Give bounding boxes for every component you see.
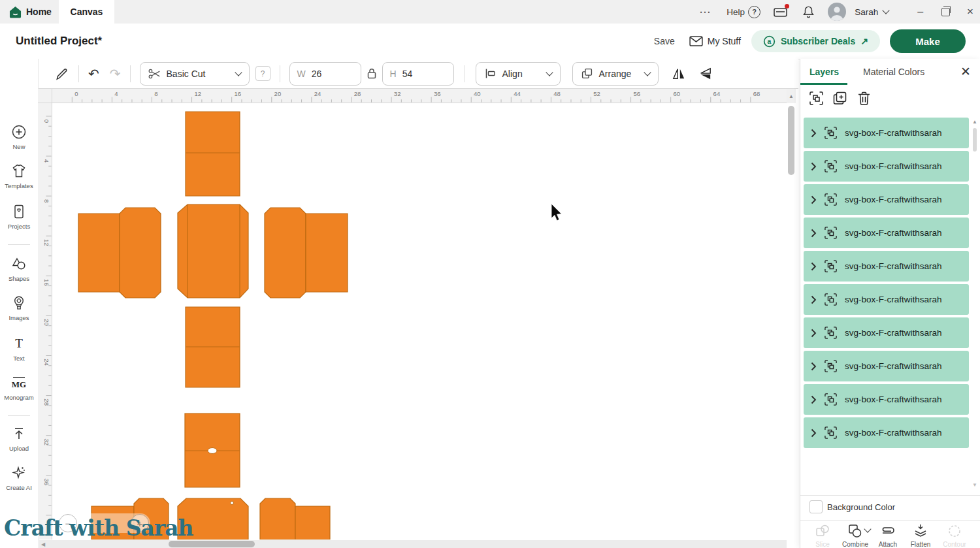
tab-canvas[interactable]: Canvas [59,0,114,24]
edit-pencil-button[interactable] [52,65,69,82]
delete-button[interactable] [858,91,870,105]
sidebar-item-projects[interactable]: Projects [0,204,38,230]
sidebar-item-images[interactable]: Images [0,295,38,321]
canvas-shape[interactable] [78,214,120,292]
panel-action-contour[interactable]: Contour [936,524,973,548]
canvas-scroll-up-button[interactable]: ▲ [787,89,796,103]
sidebar-label: Monogram [0,394,38,401]
align-dropdown[interactable]: Align [476,62,561,86]
layer-row[interactable]: svg-box-F-craftwithsarah [804,118,969,148]
panel-divider [800,495,980,496]
width-field[interactable]: W 26 [289,62,361,86]
svg-text:40: 40 [474,90,481,97]
sidebar-item-shapes[interactable]: Shapes [0,256,38,282]
layer-name: svg-box-F-craftwithsarah [845,128,942,138]
undo-button[interactable]: ↶ [88,67,99,80]
window-close-button[interactable]: × [967,5,973,18]
select-all-button[interactable] [809,91,823,105]
svg-text:12: 12 [194,90,201,97]
my-stuff-button[interactable]: My Stuff [689,36,741,46]
sidebar-label: Images [0,314,38,321]
layer-row[interactable]: svg-box-F-craftwithsarah [804,184,969,215]
panel-scroll-down-button[interactable]: ▼ [972,482,977,488]
toolbar-divider [465,65,465,82]
operation-help-button[interactable]: ? [255,66,270,81]
width-value: 26 [312,69,322,79]
sidebar-item-upload[interactable]: Upload [0,426,38,452]
toolbar-divider [130,65,131,82]
canvas-shape[interactable] [265,208,306,298]
bell-button[interactable] [802,5,815,18]
panel-action-flatten[interactable]: Flatten [902,524,939,548]
tab-home[interactable]: Home [9,0,52,24]
window-titlebar: Home Canvas ⋯ Help ? [0,0,980,24]
close-panel-button[interactable]: ✕ [960,65,971,78]
canvas-shape[interactable] [260,498,295,540]
layer-row[interactable]: svg-box-F-craftwithsarah [804,151,969,182]
svg-text:64: 64 [713,90,721,97]
sidebar-item-monogram[interactable]: MG Monogram [0,375,38,401]
chevron-right-icon [811,229,817,238]
chevron-down-icon[interactable] [882,7,889,14]
more-menu-button[interactable]: ⋯ [699,5,711,19]
external-arrow-icon: ↗ [860,36,868,46]
sidebar-label: New [0,143,38,150]
panel-scrollbar[interactable] [973,128,977,152]
chevron-right-icon [811,395,817,404]
panel-action-combine[interactable]: Combine [837,524,874,548]
layer-name: svg-box-F-craftwithsarah [845,261,942,271]
height-field[interactable]: H 54 [382,62,454,86]
canvas-horizontal-scroll-track[interactable] [47,540,787,548]
layer-row[interactable]: svg-box-F-craftwithsarah [804,417,969,448]
layer-row[interactable]: svg-box-F-craftwithsarah [804,218,969,248]
make-button[interactable]: Make [890,29,966,53]
panel-action-slice[interactable]: Slice [804,524,841,548]
tab-material-colors[interactable]: Material Colors [863,67,924,77]
save-button[interactable]: Save [654,36,675,46]
lock-aspect-button[interactable] [367,68,376,79]
canvas-horizontal-scrollbar[interactable] [169,541,255,547]
operation-type-dropdown[interactable]: Basic Cut [140,62,250,86]
duplicate-button[interactable] [833,91,847,105]
group-icon [825,127,837,139]
avatar[interactable] [828,3,846,21]
notifications-card-button[interactable] [774,6,788,18]
group-icon [825,227,837,239]
sidebar-item-new[interactable]: New [0,124,38,150]
window-restore-button[interactable] [941,8,950,16]
canvas-shape[interactable] [295,506,330,540]
sidebar-item-templates[interactable]: Templates [0,163,38,189]
sidebar-item-create-ai[interactable]: Create AI [0,465,38,491]
subscriber-deals-button[interactable]: a Subscriber Deals ↗ [751,30,880,52]
layer-row[interactable]: svg-box-F-craftwithsarah [804,317,969,348]
canvas-shape[interactable] [178,204,248,298]
layer-row[interactable]: svg-box-F-craftwithsarah [804,251,969,282]
layer-row[interactable]: svg-box-F-craftwithsarah [804,351,969,381]
flip-vertical-button[interactable] [696,65,713,82]
user-name[interactable]: Sarah [855,7,878,17]
help-button[interactable]: Help ? [727,6,760,18]
canvas-scroll-left-button[interactable]: ◀ [39,540,47,548]
redo-button[interactable]: ↷ [110,67,121,80]
project-title[interactable]: Untitled Project* [16,24,102,59]
svg-text:52: 52 [593,90,600,97]
background-color-checkbox[interactable] [809,500,823,513]
tshirt-icon [11,163,27,179]
chevron-right-icon [811,262,817,271]
sidebar-item-text[interactable]: T Text [0,336,38,362]
panel-scroll-up-button[interactable]: ▲ [972,119,977,125]
canvas-shape[interactable] [306,214,348,292]
canvas-vertical-scrollbar[interactable] [788,106,794,175]
layer-row[interactable]: svg-box-F-craftwithsarah [804,384,969,415]
tab-layers[interactable]: Layers [809,67,839,77]
svg-text:24: 24 [314,90,321,97]
panel-action-attach[interactable]: Attach [870,524,906,548]
layer-row[interactable]: svg-box-F-craftwithsarah [804,284,969,315]
canvas-shape[interactable] [120,208,161,298]
flip-horizontal-button[interactable] [670,65,687,82]
svg-text:48: 48 [553,90,561,97]
window-minimize-button[interactable]: – [917,6,923,18]
canvas-shape[interactable] [186,112,240,196]
chevron-right-icon [811,295,817,304]
arrange-dropdown[interactable]: Arrange [572,62,659,86]
